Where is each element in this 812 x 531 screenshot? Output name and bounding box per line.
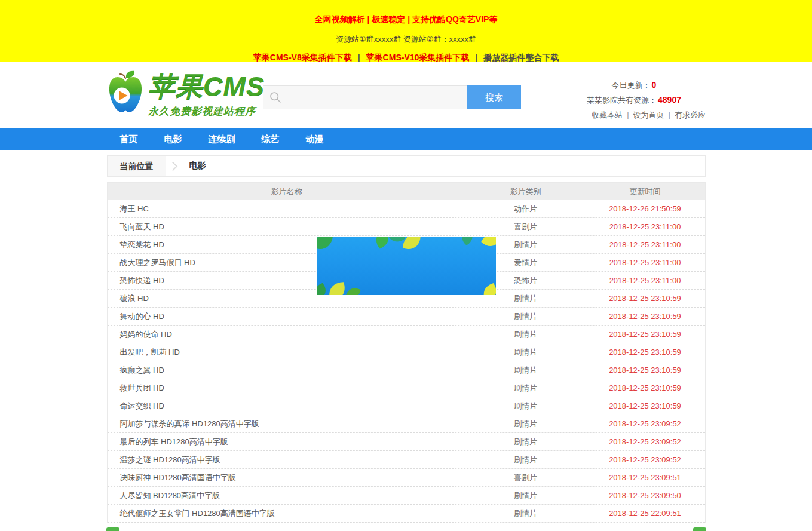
- table-header: 影片名称 影片类别 更新时间: [108, 183, 705, 200]
- movie-link[interactable]: 飞向蓝天 HD: [120, 222, 164, 231]
- nav-item[interactable]: 电影: [151, 128, 195, 150]
- movie-link[interactable]: 命运交织 HD: [120, 401, 164, 410]
- nav-item[interactable]: 首页: [107, 128, 151, 150]
- movie-link[interactable]: 挚恋棠花 HD: [120, 240, 164, 249]
- quick-links: 收藏本站设为首页有求必应: [562, 108, 706, 122]
- header-movie-name: 影片名称: [108, 186, 466, 197]
- movie-link[interactable]: 妈妈的使命 HD: [120, 330, 172, 339]
- movie-link[interactable]: 战大理之罗马假日 HD: [120, 258, 195, 267]
- movie-category-cell: 剧情片: [466, 508, 586, 519]
- today-update-stat: 今日更新：0: [562, 78, 706, 93]
- promo-line-2: 资源站①群xxxxx群 资源站②群：xxxxx群: [0, 34, 812, 45]
- breadcrumb-current[interactable]: 电影: [189, 161, 206, 171]
- logo-subtitle: 永久免费影视建站程序: [148, 105, 265, 118]
- movie-category-cell: 动作片: [466, 204, 586, 214]
- set-homepage-link[interactable]: 设为首页: [623, 111, 664, 119]
- table-row: 温莎之谜 HD1280高清中字版 剧情片 2018-12-25 23:09:52: [108, 451, 705, 469]
- breadcrumb: 当前位置 电影: [107, 155, 706, 177]
- update-time-cell: 2018-12-25 23:09:52: [586, 419, 705, 428]
- search-bar: 搜索: [263, 85, 521, 109]
- movie-category-cell: 剧情片: [466, 437, 586, 447]
- bookmark-site-link[interactable]: 收藏本站: [592, 111, 623, 119]
- logo-title: 苹果CMS: [148, 70, 265, 103]
- movie-link[interactable]: 最后的列车 HD1280高清中字版: [120, 437, 228, 446]
- movie-name-cell: 出发吧，凯莉 HD: [108, 347, 466, 358]
- promo-line-1: 全网视频解析 | 极速稳定 | 支持优酷QQ奇艺VIP等: [0, 0, 812, 25]
- movie-link[interactable]: 人尽皆知 BD1280高清中字版: [120, 491, 220, 500]
- movie-link[interactable]: 温莎之谜 HD1280高清中字版: [120, 455, 220, 464]
- update-time-cell: 2018-12-26 21:50:59: [586, 204, 705, 213]
- search-button[interactable]: 搜索: [467, 85, 521, 109]
- movie-link[interactable]: 决味厨神 HD1280高清国语中字版: [120, 473, 236, 482]
- total-resource-label: 某某影院共有资源：: [587, 96, 657, 105]
- movie-link[interactable]: 破浪 HD: [120, 294, 149, 303]
- request-link[interactable]: 有求必应: [664, 111, 706, 119]
- leaf-icon: [317, 237, 336, 256]
- movie-link[interactable]: 疯癫之翼 HD: [120, 366, 164, 375]
- table-row: 绝代偃师之玉女掌门 HD1280高清国语中字版 剧情片 2018-12-25 2…: [108, 505, 705, 523]
- promo-banner: 全网视频解析 | 极速稳定 | 支持优酷QQ奇艺VIP等 资源站①群xxxxx群…: [0, 0, 812, 62]
- movie-category-cell: 喜剧片: [466, 222, 586, 232]
- movie-category-cell: 剧情片: [466, 311, 586, 322]
- movie-name-cell: 人尽皆知 BD1280高清中字版: [108, 490, 466, 501]
- ad-banner[interactable]: [317, 237, 496, 295]
- movie-link[interactable]: 海王 HC: [120, 204, 149, 213]
- magnifier-icon: [269, 91, 281, 103]
- movie-name-cell: 舞动的心 HD: [108, 311, 466, 322]
- update-time-cell: 2018-12-25 23:10:59: [586, 294, 705, 303]
- movie-name-cell: 救世兵团 HD: [108, 383, 466, 394]
- movie-category-cell: 剧情片: [466, 383, 586, 394]
- update-time-cell: 2018-12-25 23:11:00: [586, 276, 705, 285]
- table-row: 出发吧，凯莉 HD 剧情片 2018-12-25 23:10:59: [108, 343, 705, 361]
- update-time-cell: 2018-12-25 23:10:59: [586, 312, 705, 321]
- table-row: 飞向蓝天 HD 喜剧片 2018-12-25 23:11:00: [108, 218, 705, 236]
- movie-link[interactable]: 绝代偃师之玉女掌门 HD1280高清国语中字版: [120, 509, 275, 518]
- movie-name-cell: 命运交织 HD: [108, 401, 466, 412]
- movie-name-cell: 温莎之谜 HD1280高清中字版: [108, 455, 466, 465]
- movie-name-cell: 阿加莎与谋杀的真谛 HD1280高清中字版: [108, 419, 466, 429]
- table-row: 命运交织 HD 剧情片 2018-12-25 23:10:59: [108, 397, 705, 415]
- leaf-icon: [400, 237, 423, 254]
- nav-item[interactable]: 连续剧: [195, 128, 249, 150]
- movie-link[interactable]: 恐怖快递 HD: [120, 276, 164, 285]
- movie-name-cell: 海王 HC: [108, 204, 466, 214]
- site-header: 苹果CMS 永久免费影视建站程序 搜索 今日更新：0 某某影院共有资源：4890…: [0, 62, 812, 128]
- movie-link[interactable]: 出发吧，凯莉 HD: [120, 348, 180, 357]
- movie-name-cell: 决味厨神 HD1280高清国语中字版: [108, 472, 466, 483]
- table-row: 最后的列车 HD1280高清中字版 剧情片 2018-12-25 23:09:5…: [108, 433, 705, 451]
- search-input[interactable]: [263, 85, 467, 109]
- update-time-cell: 2018-12-25 23:10:59: [586, 366, 705, 375]
- nav-item[interactable]: 动漫: [293, 128, 337, 150]
- table-row: 疯癫之翼 HD 剧情片 2018-12-25 23:10:59: [108, 361, 705, 379]
- movie-link[interactable]: 救世兵团 HD: [120, 383, 164, 392]
- today-update-value: 0: [651, 80, 657, 90]
- total-resource-stat: 某某影院共有资源：48907: [562, 93, 706, 108]
- table-row: 阿加莎与谋杀的真谛 HD1280高清中字版 剧情片 2018-12-25 23:…: [108, 415, 705, 433]
- update-time-cell: 2018-12-25 23:10:59: [586, 330, 705, 339]
- movie-category-cell: 剧情片: [466, 401, 586, 412]
- movie-category-cell: 剧情片: [466, 365, 586, 376]
- movie-name-cell: 绝代偃师之玉女掌门 HD1280高清国语中字版: [108, 508, 466, 519]
- header-movie-category: 影片类别: [466, 186, 586, 197]
- leaf-icon: [478, 237, 496, 253]
- leaf-icon: [477, 280, 496, 295]
- update-time-cell: 2018-12-25 23:09:50: [586, 491, 705, 500]
- site-logo[interactable]: 苹果CMS 永久免费影视建站程序: [108, 70, 265, 118]
- footer-accent-right: [693, 527, 706, 531]
- movie-name-cell: 最后的列车 HD1280高清中字版: [108, 437, 466, 447]
- table-row: 人尽皆知 BD1280高清中字版 剧情片 2018-12-25 23:09:50: [108, 487, 705, 505]
- movie-category-cell: 剧情片: [466, 329, 586, 340]
- movie-category-cell: 剧情片: [466, 419, 586, 429]
- table-row: 妈妈的使命 HD 剧情片 2018-12-25 23:10:59: [108, 326, 705, 343]
- nav-item[interactable]: 综艺: [249, 128, 293, 150]
- leaf-icon: [455, 237, 479, 248]
- update-time-cell: 2018-12-25 23:09:52: [586, 437, 705, 446]
- movie-link[interactable]: 阿加莎与谋杀的真谛 HD1280高清中字版: [120, 419, 259, 428]
- main-nav: 首页电影连续剧综艺动漫: [0, 128, 812, 150]
- breadcrumb-label: 当前位置: [108, 156, 166, 176]
- today-update-label: 今日更新：: [612, 81, 651, 90]
- movie-link[interactable]: 舞动的心 HD: [120, 312, 164, 321]
- update-time-cell: 2018-12-25 23:11:00: [586, 222, 705, 231]
- main-content: 当前位置 电影 影片名称 影片类别 更新时间 海王 HC 动作片 2018-12…: [107, 155, 706, 523]
- table-row: 决味厨神 HD1280高清国语中字版 喜剧片 2018-12-25 23:09:…: [108, 469, 705, 487]
